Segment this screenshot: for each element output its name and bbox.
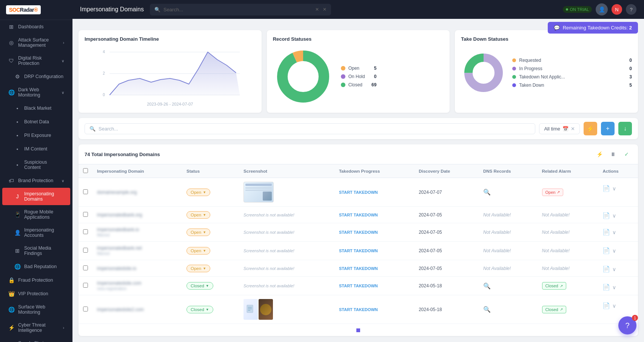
sidebar-item-bad-reputation[interactable]: 🌐 Bad Reputation xyxy=(2,260,70,273)
filter-search-input[interactable] xyxy=(99,126,530,132)
row-checkbox[interactable] xyxy=(83,189,88,194)
file-icon[interactable]: 📄 xyxy=(602,302,610,309)
domain-link[interactable]: domainexample.org xyxy=(97,190,177,195)
sidebar-item-attack-surface[interactable]: ◎ Attack Surface Management › xyxy=(2,34,70,51)
start-takedown-btn[interactable]: START TAKEDOWN xyxy=(339,248,378,253)
sidebar-item-supply-chain[interactable]: 🔗 Supply Chain Intelligence › xyxy=(2,337,70,342)
domain-link[interactable]: impersonatedbank.net xyxy=(97,245,177,251)
clear-time-icon[interactable]: ✕ xyxy=(571,126,575,132)
file-icon[interactable]: 📄 xyxy=(602,247,610,254)
status-badge-open[interactable]: Open ▼ xyxy=(186,211,210,219)
notification-badge: 1 xyxy=(632,315,638,321)
sidebar-item-surface-web[interactable]: 🌐 Surface Web Monitoring xyxy=(2,301,70,318)
status-badge-open[interactable]: Open ▼ xyxy=(186,189,210,196)
sidebar-item-dark-web[interactable]: 🌐 Dark Web Monitoring ∨ xyxy=(2,84,70,101)
charts-row: Impersonating Domain Timeline 4 2 0 xyxy=(79,30,638,113)
file-icon[interactable]: 📄 xyxy=(602,229,610,236)
filter-search-box[interactable]: 🔍 xyxy=(85,123,535,134)
expand-row-icon[interactable]: ∨ xyxy=(612,284,616,290)
row-checkbox[interactable] xyxy=(83,248,88,253)
domain-link[interactable]: impersonatedsite2.com xyxy=(97,307,177,312)
status-badge-closed[interactable]: Closed ▼ xyxy=(186,282,213,290)
alarm-badge-closed[interactable]: Closed ↗ xyxy=(542,306,566,313)
sidebar-item-black-market[interactable]: ● Black Market xyxy=(2,102,70,115)
user-avatar[interactable]: 👤 xyxy=(596,3,608,15)
search-input[interactable] xyxy=(163,4,312,15)
circle-icon: ● xyxy=(14,132,20,138)
start-takedown-btn[interactable]: START TAKEDOWN xyxy=(339,230,378,235)
alarm-badge-open[interactable]: Open ↗ xyxy=(542,189,564,196)
svg-point-8 xyxy=(288,61,318,92)
time-filter-dropdown[interactable]: All time 📅 ✕ xyxy=(539,123,580,134)
expand-row-icon[interactable]: ∨ xyxy=(612,248,616,254)
alarm-badge-closed[interactable]: Closed ↗ xyxy=(542,282,566,290)
start-takedown-btn[interactable]: START TAKEDOWN xyxy=(339,213,378,217)
select-all-checkbox[interactable] xyxy=(83,168,88,173)
dns-search-icon[interactable]: 🔍 xyxy=(483,306,491,313)
row-checkbox[interactable] xyxy=(83,283,88,288)
domain-link[interactable]: impersonatedbank.org xyxy=(97,212,177,218)
sidebar-item-fraud-protection[interactable]: 🔒 Fraud Protection xyxy=(2,274,70,287)
filter-icon-btn[interactable]: ⚡ xyxy=(594,149,605,159)
pause-icon-btn[interactable]: ⏸ xyxy=(608,149,618,159)
sidebar-item-vip-protection[interactable]: 👑 VIP Protection xyxy=(2,287,70,300)
row-checkbox[interactable] xyxy=(83,307,88,311)
floating-help-button[interactable]: ? 1 xyxy=(618,316,636,334)
file-icon[interactable]: 📄 xyxy=(602,265,610,273)
chevron-icon: ▼ xyxy=(203,249,206,253)
row-checkbox[interactable] xyxy=(83,212,88,217)
sidebar-item-botnet-data[interactable]: ● Botnet Data xyxy=(2,115,70,128)
check-icon-btn[interactable]: ✓ xyxy=(621,149,632,159)
file-icon[interactable]: 📄 xyxy=(602,185,610,192)
status-badge-open[interactable]: Open ▼ xyxy=(186,265,210,272)
sidebar-item-pii-exposure[interactable]: ● PII Exposure xyxy=(2,129,70,142)
chevron-icon: › xyxy=(63,41,64,45)
close-search-icon[interactable]: ✕ xyxy=(323,7,327,12)
sidebar-item-impersonating-domains[interactable]: J Impersonating Domains xyxy=(2,188,70,205)
domain-sub: filtered xyxy=(97,233,109,237)
status-badge-open[interactable]: Open ▼ xyxy=(186,247,210,255)
sidebar-item-drp-config[interactable]: ⚙ DRP Configuration xyxy=(2,70,70,83)
dns-search-icon[interactable]: 🔍 xyxy=(483,283,491,289)
expand-row-icon[interactable]: ∨ xyxy=(612,303,616,309)
filter-blue-btn[interactable]: + xyxy=(601,122,615,135)
clear-search-icon[interactable]: ✕ xyxy=(315,7,319,12)
row-checkbox[interactable] xyxy=(83,265,88,270)
expand-row-icon[interactable]: ∨ xyxy=(612,266,616,272)
sidebar-item-im-content[interactable]: ● IM Content xyxy=(2,143,70,155)
screenshot-na: Screenshot is not available! xyxy=(243,230,294,235)
start-takedown-btn[interactable]: START TAKEDOWN xyxy=(339,266,378,271)
domain-link[interactable]: impersonatedsite.io xyxy=(97,266,177,271)
dns-search-icon[interactable]: 🔍 xyxy=(483,189,491,195)
sidebar-item-dashboards[interactable]: ⊞ Dashboards xyxy=(2,20,70,33)
expand-row-icon[interactable]: ∨ xyxy=(612,186,616,192)
topbar-search[interactable]: 🔍 ✕ ✕ xyxy=(150,4,331,15)
start-takedown-btn[interactable]: START TAKEDOWN xyxy=(339,284,378,288)
dual-screenshot[interactable] xyxy=(243,299,330,320)
sidebar-item-brand-protection[interactable]: 🏷 Brand Protection ∨ xyxy=(2,174,70,187)
start-takedown-btn[interactable]: START TAKEDOWN xyxy=(339,307,378,312)
domain-link[interactable]: impersonatedbank.io xyxy=(97,227,177,232)
domain-sub: filtered xyxy=(97,251,109,256)
sidebar-item-digital-risk[interactable]: 🛡 Digital Risk Protection ∨ xyxy=(2,52,70,69)
status-badge-open[interactable]: Open ▼ xyxy=(186,229,210,236)
screenshot-thumbnail[interactable] xyxy=(243,182,274,202)
file-icon[interactable]: 📄 xyxy=(602,284,610,291)
sidebar-item-impersonating-accounts[interactable]: 👤 Impersonating Accounts xyxy=(2,224,70,241)
filter-green-btn[interactable]: ↓ xyxy=(618,122,632,135)
expand-row-icon[interactable]: ∨ xyxy=(612,213,616,219)
filter-orange-btn[interactable]: ⚡ xyxy=(584,122,597,135)
row-checkbox[interactable] xyxy=(83,229,88,234)
notification-button[interactable]: N xyxy=(612,4,622,15)
sidebar-item-suspicious-content[interactable]: ● Suspicious Content xyxy=(2,156,70,173)
status-badge-closed[interactable]: Closed ▼ xyxy=(186,306,213,313)
help-button[interactable]: ? xyxy=(626,4,636,15)
sidebar-item-rogue-mobile[interactable]: 📱 Rogue Mobile Applications xyxy=(2,206,70,223)
takedown-legend: Requested 0 In Progress 0 Takedown Not A… xyxy=(512,58,632,88)
sidebar-item-social-media[interactable]: ⊞ Social Media Findings xyxy=(2,242,70,259)
domain-link[interactable]: impersonatedsite.com xyxy=(97,281,177,286)
file-icon[interactable]: 📄 xyxy=(602,212,610,219)
expand-row-icon[interactable]: ∨ xyxy=(612,229,616,235)
sidebar-item-cyber-threat[interactable]: ⚡ Cyber Threat Intelligence › xyxy=(2,319,70,336)
start-takedown-btn[interactable]: START TAKEDOWN xyxy=(339,190,378,195)
